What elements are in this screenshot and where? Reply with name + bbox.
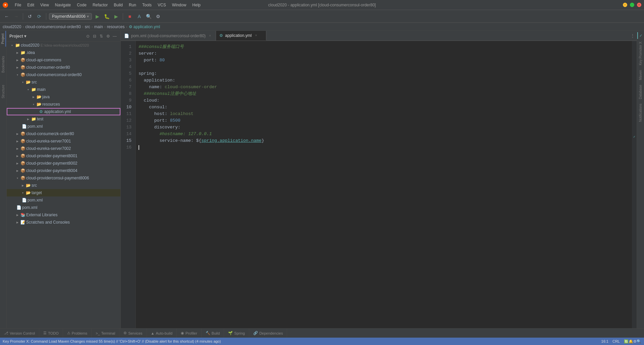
code-text-15b: spring.application.name [201,137,261,144]
structure-toggle[interactable]: Structure [1,82,6,101]
tree-item-src-8006[interactable]: ▶ 📂 src [7,182,120,189]
maven-sync-button[interactable]: ⟳ [35,12,43,20]
tree-item-idea[interactable]: ▶ 📁 .idea [7,49,120,56]
tree-item-root-pom[interactable]: 📄 pom.xml [7,204,120,211]
tab-services[interactable]: ⚙ Services [119,329,147,338]
tree-item-payment8001[interactable]: ▶ 📦 cloud-provider-payment8001 [7,152,120,160]
tree-item-consumer-order[interactable]: ▶ 📦 cloud-consumer-order80 [7,64,120,71]
menu-help[interactable]: Help [190,2,203,8]
code-editor[interactable]: 1 2 3 4 5 6 7 8 9 10 11 12 13 14 15 16 [121,41,637,328]
translate-button[interactable]: A [135,12,143,20]
settings-button[interactable]: ⚙ [154,12,162,20]
tree-item-payment8006[interactable]: ▾ 📦 cloud-providerconsul-payment8006 [7,174,120,182]
menu-navigate[interactable]: Navigate [52,2,73,8]
maximize-button[interactable]: □ [630,3,634,7]
tab-version-control[interactable]: ⎇ Version Control [0,329,39,338]
xml-icon-root-pom: 📄 [16,205,21,210]
menu-build[interactable]: Build [111,2,125,8]
tree-item-application-yml[interactable]: ⚙ application.yml [7,108,120,115]
debug-button[interactable]: 🐛 [103,12,111,20]
tree-item-consumerconsul[interactable]: ▾ 📦 cloud-consumerconsul-order80 [7,71,120,78]
tab-spring[interactable]: 🌱 Spring [224,329,249,338]
tab-auto-build[interactable]: ▲ Auto-build [147,329,177,338]
run-configuration[interactable]: PaymentMain8006 ▾ [49,13,92,20]
tree-item-cloud2020[interactable]: ▾ 📁 cloud2020 E:\idea-workspace\cloud202… [7,42,120,49]
menu-code[interactable]: Code [74,2,89,8]
code-line-2: server: [136,50,632,57]
tree-item-payment8004[interactable]: ▶ 📦 cloud-provider-payment8004 [7,167,120,174]
tree-item-api-commons[interactable]: ▶ 📦 cloud-api-commons [7,56,120,64]
tree-item-payment8002[interactable]: ▶ 📦 cloud-provider-payment8002 [7,160,120,167]
key-promoter-x-panel[interactable]: Key Promoter X [638,40,643,67]
scratches-icon: 📝 [20,220,25,225]
code-content[interactable]: ###consul服务端口号 server: port: 80 spring: … [136,41,632,328]
tab-dependencies[interactable]: 🔗 Dependencies [249,329,287,338]
collapse-all-button[interactable]: ⊟ [92,33,98,39]
tree-item-resources[interactable]: ▾ 📂 resources [7,101,120,108]
breadcrumb-file[interactable]: ⚙ application.yml [129,24,160,29]
menu-window[interactable]: Window [169,2,189,8]
folder-icon-src: 📂 [25,79,31,85]
folder-icon-main: 📁 [31,87,36,92]
menu-view[interactable]: View [38,2,52,8]
menu-refactor[interactable]: Refactor [90,2,110,8]
tab-build[interactable]: 🔨 Build [202,329,224,338]
tree-item-eureka7002[interactable]: ▶ 📦 cloud-eureka-server7002 [7,145,120,152]
tab-more-button[interactable]: ⋮ [629,31,637,41]
breadcrumb-module[interactable]: cloud-consumerconsul-order80 [25,24,80,29]
breadcrumb-root[interactable]: cloud2020 [3,24,21,29]
tree-item-java[interactable]: ▶ 📂 java [7,93,120,101]
forward-button[interactable]: → [12,12,20,20]
menu-tools[interactable]: Tools [140,2,154,8]
tab-todo[interactable]: ☰ TODO [39,329,63,338]
hide-panel-button[interactable]: — [112,33,118,39]
locate-file-button[interactable]: ⊙ [85,33,91,39]
tab-problems[interactable]: ⚠ Problems [63,329,92,338]
tab-terminal[interactable]: >_ Terminal [92,329,119,338]
tab-bar: 📄 pom.xml (cloud-consumerconsul-order80)… [121,31,637,41]
maven-panel[interactable]: Maven [638,68,643,82]
close-button[interactable]: × [637,3,641,7]
breadcrumb-sep-5: › [126,24,127,29]
settings-dropdown[interactable]: ⚙ [105,33,111,39]
stop-button[interactable]: ■ [126,12,134,20]
tab-application-yml[interactable]: ⚙ application.yml × [216,31,266,41]
refresh-button[interactable]: ↺ [26,12,34,20]
menu-edit[interactable]: Edit [24,2,37,8]
tab-pom-xml[interactable]: 📄 pom.xml (cloud-consumerconsul-order80)… [121,31,216,41]
bookmarks-toggle[interactable]: Bookmarks [1,53,6,75]
back-button[interactable]: ← [3,12,11,20]
minimize-button[interactable]: − [623,3,627,7]
tab-close-pom[interactable]: × [208,34,212,38]
sort-button[interactable]: ⇅ [98,33,104,39]
menu-file[interactable]: File [12,2,24,8]
tree-item-main[interactable]: ▾ 📁 main [7,86,120,93]
project-panel-toggle[interactable]: Project [0,31,6,47]
tab-profiler[interactable]: ◉ Profiler [177,329,202,338]
code-text-15a: service-name: ${ [139,137,201,144]
notifications-panel[interactable]: Notifications [638,102,643,124]
tree-item-eureka7001[interactable]: ▶ 📦 cloud-eureka-server7001 [7,137,120,145]
tree-item-target[interactable]: ▾ 📂 target [7,189,120,196]
run-button[interactable]: ▶ [93,12,101,20]
tree-item-consumerzk[interactable]: ▶ 📦 cloud-consumerzk-order80 [7,130,120,137]
menu-vcs[interactable]: VCS [155,2,169,8]
status-icons: 🈯🔔⚙🔍 [624,339,641,344]
tree-item-test[interactable]: ▶ 📁 test [7,115,120,123]
tab-close-yml[interactable]: × [254,33,258,38]
tree-item-ext-libs[interactable]: ▶ 📚 External Libraries [7,211,120,219]
arrow-resources: ▾ [32,102,36,106]
breadcrumb-src[interactable]: src [85,24,90,29]
tree-item-scratches[interactable]: ▶ 📝 Scratches and Consoles [7,219,120,226]
module-icon-eureka7001: 📦 [20,138,25,144]
tree-item-pom-8006[interactable]: 📄 pom.xml [7,196,120,204]
title-bar: ✦ File Edit View Navigate Code Refactor … [0,0,644,10]
run-with-coverage[interactable]: ▶ [112,12,120,20]
breadcrumb-resources[interactable]: resources [107,24,125,29]
tree-item-pom-consumerconsul[interactable]: 📄 pom.xml [7,123,120,130]
menu-run[interactable]: Run [126,2,139,8]
search-button[interactable]: 🔍 [145,12,153,20]
breadcrumb-main[interactable]: main [94,24,103,29]
database-panel[interactable]: Database [638,83,643,101]
tree-item-src[interactable]: ▾ 📂 src [7,78,120,86]
